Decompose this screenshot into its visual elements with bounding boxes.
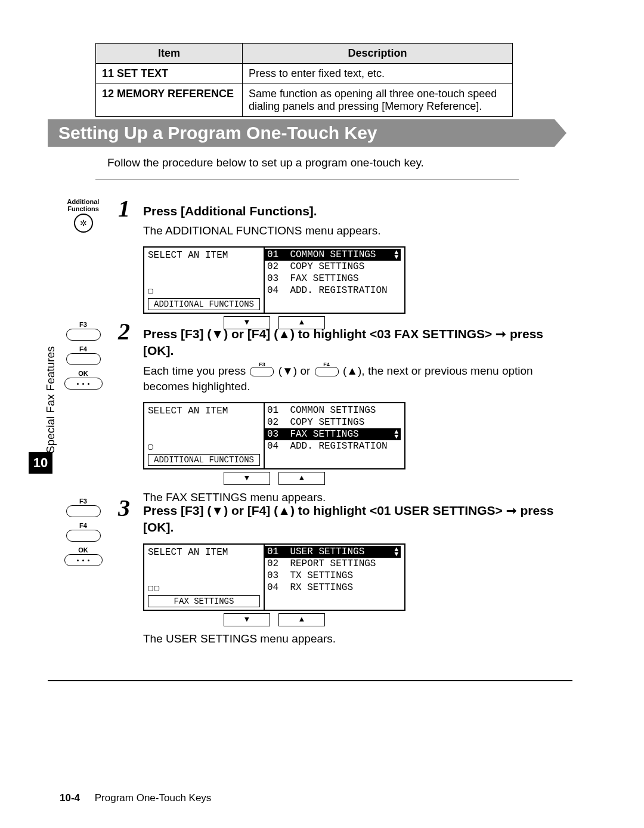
step-caption: The USER SETTINGS menu appears. [143, 632, 572, 645]
lcd-left-title: SELECT AN ITEM [144, 248, 264, 285]
item-name: 12 MEMORY REFERENCE [96, 84, 243, 117]
lcd-screen: SELECT AN ITEM ▢ ADDITIONAL FUNCTIONS 01… [143, 246, 405, 329]
section-intro: Follow the procedure below to set up a p… [107, 156, 424, 169]
f4-key-icon [66, 530, 101, 542]
footer-title: Program One-Touch Keys [95, 792, 212, 804]
step-number: 3 [118, 494, 130, 522]
lcd-row: 02 COPY SETTINGS [265, 261, 404, 273]
item-description-table: Item Description 11 SET TEXT Press to en… [95, 43, 513, 117]
lcd-left-title: SELECT AN ITEM [144, 545, 264, 582]
table-row: 11 SET TEXT Press to enter fixed text, e… [96, 64, 513, 84]
additional-functions-label: Additional Functions [55, 198, 112, 212]
step-body: The ADDITIONAL FUNCTIONS menu appears. [143, 223, 572, 239]
item-desc: Same function as opening all three one-t… [243, 84, 513, 117]
lcd-row: 01 USER SETTINGS▲▼ [265, 546, 401, 558]
ok-key-icon [64, 554, 103, 566]
lcd-screen: SELECT AN ITEM ▢ ADDITIONAL FUNCTIONS 01… [143, 402, 405, 485]
lcd-context: FAX SETTINGS [148, 595, 260, 607]
lcd-row: 03 FAX SETTINGS [265, 273, 404, 285]
col-header-item: Item [96, 44, 243, 64]
f3-key-icon [66, 505, 101, 517]
lcd-menu: 01 USER SETTINGS▲▼ 02 REPORT SETTINGS 03… [265, 545, 404, 610]
page-footer: 10-4 Program One-Touch Keys [60, 792, 211, 804]
lcd-screen: SELECT AN ITEM ▢▢ FAX SETTINGS 01 USER S… [143, 543, 405, 626]
item-desc: Press to enter fixed text, etc. [243, 64, 513, 84]
lcd-breadcrumb: ▢▢ [144, 582, 264, 594]
lcd-row: 02 REPORT SETTINGS [265, 558, 404, 570]
f3-key-icon [66, 329, 101, 341]
keycap-group-step2: F3 F4 OK [55, 321, 112, 390]
lcd-menu: 01 COMMON SETTINGS▲▼ 02 COPY SETTINGS 03… [265, 248, 404, 313]
lcd-down-button[interactable]: ▼ [224, 472, 270, 485]
lcd-row: 04 ADD. REGISTRATION [265, 440, 404, 452]
step-number: 2 [118, 317, 130, 345]
inline-f4-key-icon [315, 367, 339, 376]
lcd-row: 01 COMMON SETTINGS▲▼ [265, 249, 401, 261]
updown-icon: ▲▼ [394, 250, 398, 259]
additional-functions-icon: ✲ [74, 214, 93, 233]
inline-f3-key-icon [250, 367, 274, 376]
step-body: Each time you press (▼) or (▲), the next… [143, 363, 572, 395]
item-name: 11 SET TEXT [96, 64, 243, 84]
lcd-context: ADDITIONAL FUNCTIONS [148, 454, 260, 466]
section-heading: Setting Up a Program One-Touch Key [48, 119, 555, 147]
lcd-row: 04 ADD. REGISTRATION [265, 285, 404, 296]
lcd-up-button[interactable]: ▲ [278, 472, 325, 485]
ok-key-icon [64, 378, 103, 390]
bottom-divider [48, 680, 572, 681]
step-title: Press [Additional Functions]. [143, 203, 572, 220]
updown-icon: ▲▼ [394, 430, 398, 439]
table-row: 12 MEMORY REFERENCE Same function as ope… [96, 84, 513, 117]
f4-label: F4 [55, 345, 112, 353]
ok-label: OK [55, 546, 112, 554]
chapter-number: 10 [29, 452, 52, 474]
lcd-row: 04 RX SETTINGS [265, 582, 404, 594]
lcd-row: 01 COMMON SETTINGS [265, 404, 404, 416]
lcd-breadcrumb: ▢ [144, 285, 264, 297]
lcd-row: 03 FAX SETTINGS▲▼ [265, 428, 401, 440]
lcd-down-button[interactable]: ▼ [224, 613, 270, 626]
lcd-row: 03 TX SETTINGS [265, 570, 404, 582]
f3-label: F3 [55, 321, 112, 328]
lcd-up-button[interactable]: ▲ [278, 613, 325, 626]
ok-label: OK [55, 370, 112, 377]
step-title: Press [F3] (▼) or [F4] (▲) to highlight … [143, 502, 572, 536]
divider [95, 179, 519, 180]
step-number: 1 [118, 194, 130, 223]
updown-icon: ▲▼ [394, 547, 398, 557]
f4-label: F4 [55, 522, 112, 529]
keycap-group-step1: Additional Functions ✲ [55, 198, 112, 233]
lcd-breadcrumb: ▢ [144, 440, 264, 453]
keycap-group-step3: F3 F4 OK [55, 498, 112, 566]
lcd-menu: 01 COMMON SETTINGS 02 COPY SETTINGS 03 F… [265, 403, 404, 468]
f3-label: F3 [55, 498, 112, 505]
col-header-desc: Description [243, 44, 513, 64]
f4-key-icon [66, 353, 101, 365]
page-number: 10-4 [60, 792, 80, 804]
lcd-left-title: SELECT AN ITEM [144, 403, 264, 440]
step-title: Press [F3] (▼) or [F4] (▲) to highlight … [143, 326, 572, 360]
lcd-context: ADDITIONAL FUNCTIONS [148, 298, 260, 310]
lcd-row: 02 COPY SETTINGS [265, 416, 404, 428]
